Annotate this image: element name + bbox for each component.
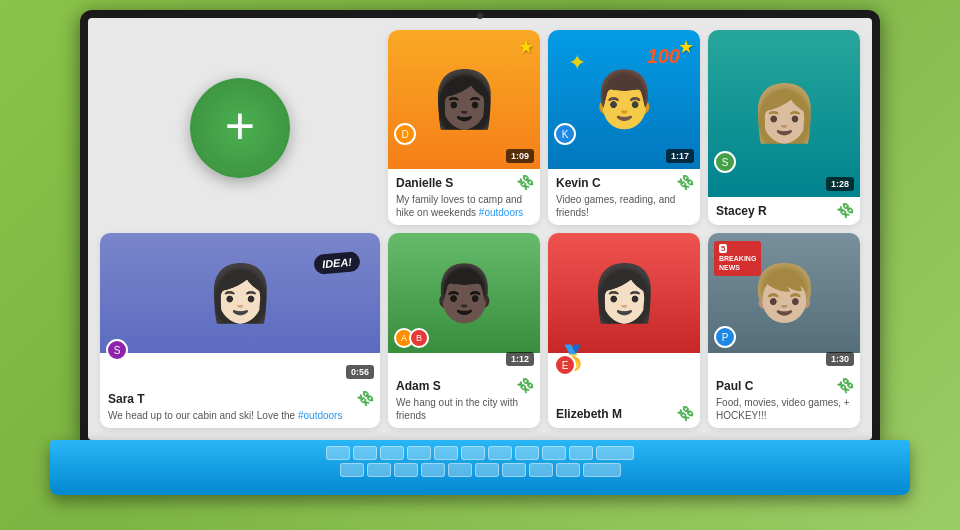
key-e[interactable] [380, 446, 404, 460]
sara-bio-pre: We head up to our cabin and ski! Love th… [108, 410, 298, 421]
paul-name: Paul C [716, 379, 753, 393]
key-j[interactable] [502, 463, 526, 477]
key-k[interactable] [529, 463, 553, 477]
profile-card-danielle[interactable]: 👩🏿 ★ D 1:09 Danielle S ⛓ My family loves… [388, 30, 540, 225]
key-r[interactable] [407, 446, 431, 460]
paul-bio-text: Food, movies, video games, + HOCKEY!!! [716, 397, 850, 421]
elizebeth-name-row: Elizebeth M ⛓ [556, 406, 692, 422]
breaking-news-badge: 5 BREAKINGNEWS [714, 241, 761, 276]
kevin-bio: Video games, reading, and friends! [556, 193, 692, 219]
sara-name-row: Sara T ⛓ [108, 391, 372, 407]
key-enter[interactable] [583, 463, 621, 477]
profile-card-adam[interactable]: 👨🏿 A B 1:12 Adam S ⛓ We hang out in the … [388, 233, 540, 428]
danielle-link-icon[interactable]: ⛓ [514, 172, 535, 193]
sara-link-icon[interactable]: ⛓ [354, 388, 375, 409]
kevin-name: Kevin C [556, 176, 601, 190]
elizebeth-face: 👩🏻 [590, 261, 659, 326]
danielle-avatar: D [394, 123, 416, 145]
key-s[interactable] [367, 463, 391, 477]
profile-card-paul[interactable]: 👦🏼 5 BREAKINGNEWS P 1:30 Paul C ⛓ [708, 233, 860, 428]
profile-card-stacey[interactable]: 👩🏼 S 1:28 Stacey R ⛓ [708, 30, 860, 225]
kevin-face: 👨 [590, 67, 659, 132]
paul-info: Paul C ⛓ Food, movies, video games, + HO… [708, 372, 860, 428]
kevin-info: Kevin C ⛓ Video games, reading, and frie… [548, 169, 700, 225]
key-a[interactable] [340, 463, 364, 477]
stacey-name-row: Stacey R ⛓ [716, 203, 852, 219]
key-i[interactable] [515, 446, 539, 460]
key-g[interactable] [448, 463, 472, 477]
key-t[interactable] [434, 446, 458, 460]
kevin-name-row: Kevin C ⛓ [556, 175, 692, 191]
kevin-star-overlay: ✦ [568, 50, 586, 76]
paul-avatar: P [714, 326, 736, 348]
adam-name-row: Adam S ⛓ [396, 378, 532, 394]
paul-name-row: Paul C ⛓ [716, 378, 852, 394]
star-badge-kevin: ★ [678, 36, 694, 58]
adam-link-icon[interactable]: ⛓ [514, 375, 535, 396]
danielle-name: Danielle S [396, 176, 453, 190]
adam-bio-text: We hang out in the city with friends [396, 397, 518, 421]
key-d[interactable] [394, 463, 418, 477]
danielle-duration: 1:09 [506, 149, 534, 163]
add-profile-area: + [100, 30, 380, 225]
keyboard-row-2 [62, 463, 898, 477]
key-f[interactable] [421, 463, 445, 477]
key-u[interactable] [488, 446, 512, 460]
profile-card-sara[interactable]: 👩🏻 IDEA! S 0:56 Sara T ⛓ We head up to o… [100, 233, 380, 428]
sara-hashtag[interactable]: #outdoors [298, 410, 342, 421]
kevin-score: 100 [647, 45, 680, 68]
sara-face: 👩🏻 [206, 261, 275, 326]
kevin-photo: 👨 ★ ✦ 100 K 1:17 [548, 30, 700, 169]
key-q[interactable] [326, 446, 350, 460]
breaking-news-text: BREAKINGNEWS [719, 254, 756, 272]
sara-avatar: S [106, 339, 128, 361]
adam-name: Adam S [396, 379, 441, 393]
elizebeth-avatar: E [554, 354, 576, 376]
danielle-info: Danielle S ⛓ My family loves to camp and… [388, 169, 540, 225]
paul-duration: 1:30 [826, 352, 854, 366]
key-y[interactable] [461, 446, 485, 460]
stacey-face: 👩🏼 [750, 81, 819, 146]
adam-photo: 👨🏿 A B 1:12 [388, 233, 540, 372]
add-button[interactable]: + [190, 78, 290, 178]
adam-duration: 1:12 [506, 352, 534, 366]
adam-avatars: A B [394, 328, 424, 348]
danielle-name-row: Danielle S ⛓ [396, 175, 532, 191]
stacey-info: Stacey R ⛓ [708, 197, 860, 225]
screen: + 👩🏿 ★ D 1:09 Danielle S ⛓ [88, 18, 872, 440]
adam-avatar-2: B [409, 328, 429, 348]
elizebeth-link-icon[interactable]: ⛓ [674, 403, 695, 424]
elizebeth-name: Elizebeth M [556, 407, 622, 421]
paul-link-icon[interactable]: ⛓ [834, 375, 855, 396]
paul-bio: Food, movies, video games, + HOCKEY!!! [716, 396, 852, 422]
key-l[interactable] [556, 463, 580, 477]
stacey-link-icon[interactable]: ⛓ [834, 200, 855, 221]
paul-photo: 👦🏼 5 BREAKINGNEWS P 1:30 [708, 233, 860, 372]
profile-card-elizebeth[interactable]: 👩🏻 🥇 E Elizebeth M ⛓ [548, 233, 700, 428]
adam-info: Adam S ⛓ We hang out in the city with fr… [388, 372, 540, 428]
star-badge-danielle: ★ [518, 36, 534, 58]
kevin-bio-text: Video games, reading, and friends! [556, 194, 675, 218]
keyboard [50, 440, 910, 495]
kevin-link-icon[interactable]: ⛓ [674, 172, 695, 193]
danielle-photo: 👩🏿 ★ D 1:09 [388, 30, 540, 169]
sara-photo: 👩🏻 IDEA! S 0:56 [100, 233, 380, 385]
key-o[interactable] [542, 446, 566, 460]
key-h[interactable] [475, 463, 499, 477]
danielle-face: 👩🏿 [430, 67, 499, 132]
key-w[interactable] [353, 446, 377, 460]
sara-bio: We head up to our cabin and ski! Love th… [108, 409, 372, 422]
danielle-hashtag[interactable]: #outdoors [479, 207, 523, 218]
stacey-name: Stacey R [716, 204, 767, 218]
channel-number: 5 [719, 244, 727, 253]
key-backspace[interactable] [596, 446, 634, 460]
kevin-avatar: K [554, 123, 576, 145]
screen-bezel: + 👩🏿 ★ D 1:09 Danielle S ⛓ [80, 10, 880, 440]
danielle-bio: My family loves to camp and hike on week… [396, 193, 532, 219]
profile-card-kevin[interactable]: 👨 ★ ✦ 100 K 1:17 Kevin C ⛓ Video games, … [548, 30, 700, 225]
stacey-duration: 1:28 [826, 177, 854, 191]
kevin-duration: 1:17 [666, 149, 694, 163]
key-p[interactable] [569, 446, 593, 460]
sara-name: Sara T [108, 392, 145, 406]
sara-info: Sara T ⛓ We head up to our cabin and ski… [100, 385, 380, 428]
